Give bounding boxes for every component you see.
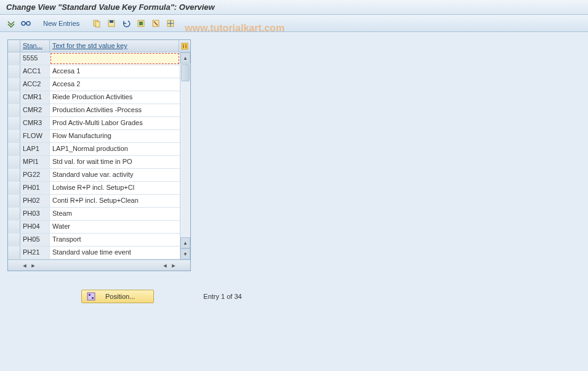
cell-text[interactable]: Accesa 1 xyxy=(50,65,180,78)
row-selector[interactable] xyxy=(8,78,20,91)
row-selector[interactable] xyxy=(8,91,20,104)
undo-icon[interactable] xyxy=(120,17,132,30)
select-column-header[interactable] xyxy=(8,40,20,52)
cell-text[interactable]: Lotwise R+P incl. Setup+Cl xyxy=(50,182,180,194)
svg-rect-18 xyxy=(89,294,91,296)
cell-key[interactable]: PH02 xyxy=(20,195,50,207)
cell-key[interactable]: PH03 xyxy=(20,208,50,220)
cell-key[interactable]: PH21 xyxy=(20,247,50,259)
cell-text[interactable]: LAP1_Normal production xyxy=(50,143,180,155)
entry-status: Entry 1 of 34 xyxy=(203,293,241,300)
data-table: Stan... Text for the std value key 5555 … xyxy=(7,39,191,271)
cell-key[interactable]: PG22 xyxy=(20,169,50,181)
cell-text[interactable]: Steam xyxy=(50,208,180,220)
delimit-icon[interactable] xyxy=(164,17,177,30)
scroll-right-icon[interactable]: ► xyxy=(29,261,38,270)
expand-icon[interactable] xyxy=(5,17,17,30)
new-entries-link[interactable]: New Entries xyxy=(39,18,83,28)
table-settings-icon[interactable] xyxy=(179,40,190,52)
table-row[interactable]: FLOW Flow Manufacturing xyxy=(8,130,180,143)
cell-text[interactable]: Flow Manufacturing xyxy=(50,130,180,142)
vertical-scrollbar[interactable]: ▲ ▲ ▼ xyxy=(180,52,190,259)
scroll-right2-icon[interactable]: ► xyxy=(169,261,178,270)
row-selector[interactable] xyxy=(8,169,20,181)
cell-key[interactable]: ACC2 xyxy=(20,78,50,91)
scroll-track[interactable] xyxy=(180,82,190,237)
column-header-key[interactable]: Stan... xyxy=(20,40,50,52)
table-row[interactable]: ACC2 Accesa 2 xyxy=(8,78,180,91)
table-row[interactable]: CMR1 Riede Production Activities xyxy=(8,91,180,104)
row-selector[interactable] xyxy=(8,195,20,207)
row-selector[interactable] xyxy=(8,247,20,259)
table-row[interactable]: PH01 Lotwise R+P incl. Setup+Cl xyxy=(8,182,180,195)
row-selector[interactable] xyxy=(8,182,20,194)
row-selector[interactable] xyxy=(8,52,20,65)
position-label: Position... xyxy=(105,293,135,300)
glasses-icon[interactable] xyxy=(20,17,32,30)
scroll-up2-icon[interactable]: ▲ xyxy=(180,237,190,248)
table-header: Stan... Text for the std value key xyxy=(8,40,190,52)
scroll-left-icon[interactable]: ◄ xyxy=(20,261,29,270)
row-selector[interactable] xyxy=(8,65,20,78)
bottom-bar: Position... Entry 1 of 34 xyxy=(7,290,581,303)
toolbar: New Entries xyxy=(0,15,588,32)
cell-key[interactable]: PH01 xyxy=(20,182,50,194)
row-selector[interactable] xyxy=(8,130,20,142)
scroll-up-icon[interactable]: ▲ xyxy=(180,52,190,63)
row-selector[interactable] xyxy=(8,117,20,129)
svg-rect-14 xyxy=(182,43,188,49)
cell-key[interactable]: ACC1 xyxy=(20,65,50,78)
cell-text[interactable]: Standard value time event xyxy=(50,247,180,259)
row-selector[interactable] xyxy=(8,143,20,155)
save-icon[interactable] xyxy=(105,17,118,30)
row-selector[interactable] xyxy=(8,208,20,220)
cell-text[interactable]: Std val. for wait time in PO xyxy=(50,156,180,168)
svg-rect-6 xyxy=(110,20,113,23)
row-selector[interactable] xyxy=(8,234,20,246)
cell-key[interactable]: 5555 xyxy=(20,52,50,65)
cell-text[interactable]: Standard value var. activity xyxy=(50,169,180,181)
cell-text[interactable]: Accesa 2 xyxy=(50,78,180,91)
cell-text[interactable]: Transport xyxy=(50,234,180,246)
svg-point-0 xyxy=(22,22,25,25)
position-button[interactable]: Position... xyxy=(81,290,154,303)
table-row[interactable]: PH21 Standard value time event xyxy=(8,247,180,259)
cell-text[interactable]: Prod Activ-Multi Labor Grades xyxy=(50,117,180,129)
row-selector[interactable] xyxy=(8,104,20,116)
cell-key[interactable]: LAP1 xyxy=(20,143,50,155)
table-row[interactable]: PH04 Water xyxy=(8,221,180,234)
copy-icon[interactable] xyxy=(91,17,103,30)
row-selector[interactable] xyxy=(8,221,20,233)
cell-text[interactable]: Water xyxy=(50,221,180,233)
table-row[interactable]: PH05 Transport xyxy=(8,234,180,247)
content-area: Stan... Text for the std value key 5555 … xyxy=(0,32,588,371)
scroll-left2-icon[interactable]: ◄ xyxy=(161,261,169,270)
svg-rect-19 xyxy=(92,297,94,299)
table-row[interactable]: PG22 Standard value var. activity xyxy=(8,169,180,182)
table-row[interactable]: LAP1 LAP1_Normal production xyxy=(8,143,180,156)
table-row[interactable]: PH02 Conti R+P incl. Setup+Clean xyxy=(8,195,180,208)
cell-key[interactable]: PH04 xyxy=(20,221,50,233)
cell-key[interactable]: PH05 xyxy=(20,234,50,246)
cell-text[interactable]: Production Activities -Process xyxy=(50,104,180,116)
deselect-all-icon[interactable] xyxy=(150,17,162,30)
table-row[interactable]: CMR3 Prod Activ-Multi Labor Grades xyxy=(8,117,180,130)
scroll-down-icon[interactable]: ▼ xyxy=(180,248,190,259)
table-row[interactable]: MPI1 Std val. for wait time in PO xyxy=(8,156,180,169)
cell-key[interactable]: CMR3 xyxy=(20,117,50,129)
cell-key[interactable]: FLOW xyxy=(20,130,50,142)
row-selector[interactable] xyxy=(8,156,20,168)
select-all-icon[interactable] xyxy=(135,17,147,30)
cell-key[interactable]: MPI1 xyxy=(20,156,50,168)
cell-text-input[interactable] xyxy=(50,53,179,64)
column-header-text[interactable]: Text for the std value key xyxy=(50,40,179,52)
cell-key[interactable]: CMR2 xyxy=(20,104,50,116)
table-row[interactable]: CMR2 Production Activities -Process xyxy=(8,104,180,117)
table-row[interactable]: 5555 xyxy=(8,52,180,65)
table-row[interactable]: PH03 Steam xyxy=(8,208,180,221)
cell-text[interactable]: Conti R+P incl. Setup+Clean xyxy=(50,195,180,207)
cell-text[interactable]: Riede Production Activities xyxy=(50,91,180,104)
cell-key[interactable]: CMR1 xyxy=(20,91,50,104)
scroll-thumb[interactable] xyxy=(181,64,190,81)
table-row[interactable]: ACC1 Accesa 1 xyxy=(8,65,180,78)
